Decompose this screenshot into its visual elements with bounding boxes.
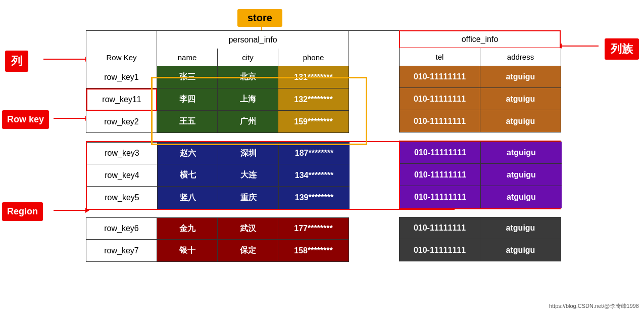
table-row: atguigu — [480, 88, 561, 110]
table-row: 010-11111111 — [400, 110, 480, 132]
table-row: atguigu — [481, 142, 562, 164]
table-row: 158******** — [278, 240, 349, 262]
table-row: 134******** — [279, 164, 350, 187]
table-row: 北京 — [218, 66, 278, 88]
table-row: 131******** — [278, 66, 349, 88]
header-rowkey: Row Key — [86, 49, 157, 67]
table-row: 010-11111111 — [400, 164, 481, 186]
table-row: 010-11111111 — [400, 142, 481, 164]
header-address: address — [480, 48, 561, 66]
table-row: row_key3 — [87, 142, 158, 164]
table-row: 177******** — [278, 217, 349, 240]
label-liezu: 列族 — [605, 38, 639, 60]
table-row: 139******** — [279, 187, 350, 209]
table-row: 187******** — [279, 142, 350, 164]
table-row: row_key6 — [86, 217, 157, 240]
header-office-info: office_info — [399, 30, 561, 49]
table-row: row_key2 — [86, 111, 157, 133]
table-row: atguigu — [480, 239, 561, 261]
table-row: 010-11111111 — [400, 88, 480, 110]
table-row: 横七 — [158, 164, 218, 187]
table-row: 上海 — [218, 88, 278, 111]
table-row: atguigu — [480, 110, 561, 132]
table-row: row_key7 — [86, 240, 157, 262]
header-empty — [86, 31, 157, 49]
table-row: 132******** — [278, 88, 349, 111]
arrow-rowkey — [54, 118, 89, 119]
header-phone: phone — [278, 49, 349, 67]
store-label: store — [237, 9, 282, 27]
table-row: row_key11 — [86, 88, 157, 111]
arrow-liezu-line — [558, 46, 599, 47]
table-row: atguigu — [481, 164, 562, 186]
header-name: name — [157, 49, 218, 67]
arrow-region — [54, 210, 89, 211]
table-row: 010-11111111 — [400, 186, 481, 208]
header-personal-info: personal_info — [157, 31, 349, 49]
table-row: 010-11111111 — [400, 217, 480, 239]
table-row: 大连 — [218, 164, 279, 187]
arrow-lie — [43, 59, 89, 60]
table-row: 竖八 — [158, 187, 218, 209]
table-row: 广州 — [218, 111, 278, 133]
main-container: store 列 Row key Region 列族 personal_info … — [0, 0, 644, 314]
table-row: 010-11111111 — [400, 66, 480, 88]
table-row: atguigu — [480, 66, 561, 88]
table-row: 银十 — [157, 240, 218, 262]
table-row: 重庆 — [218, 187, 279, 209]
right-table: office_info tel address 010-11111111 atg… — [399, 30, 563, 261]
header-tel: tel — [400, 48, 480, 66]
label-lie: 列 — [5, 51, 28, 72]
watermark: https://blog.CSDN.net/@李奇峰1998 — [549, 302, 639, 310]
table-row: atguigu — [481, 186, 562, 208]
table-row: row_key1 — [86, 66, 157, 88]
table-row: 159******** — [278, 111, 349, 133]
table-row: 张三 — [157, 66, 218, 88]
table-row: 金九 — [157, 217, 218, 240]
table-row: 保定 — [218, 240, 278, 262]
table-row: 王五 — [157, 111, 218, 133]
table-row: atguigu — [480, 217, 561, 239]
header-city: city — [218, 49, 278, 67]
table-row: 深圳 — [218, 142, 279, 164]
table-row: 010-11111111 — [400, 239, 480, 261]
table-row: row_key4 — [87, 164, 158, 187]
table-row: 武汉 — [218, 217, 278, 240]
table-row: row_key5 — [87, 187, 158, 209]
table-row: 赵六 — [158, 142, 218, 164]
label-region: Region — [2, 202, 43, 221]
label-rowkey: Row key — [2, 110, 49, 129]
table-row: 李四 — [157, 88, 218, 111]
